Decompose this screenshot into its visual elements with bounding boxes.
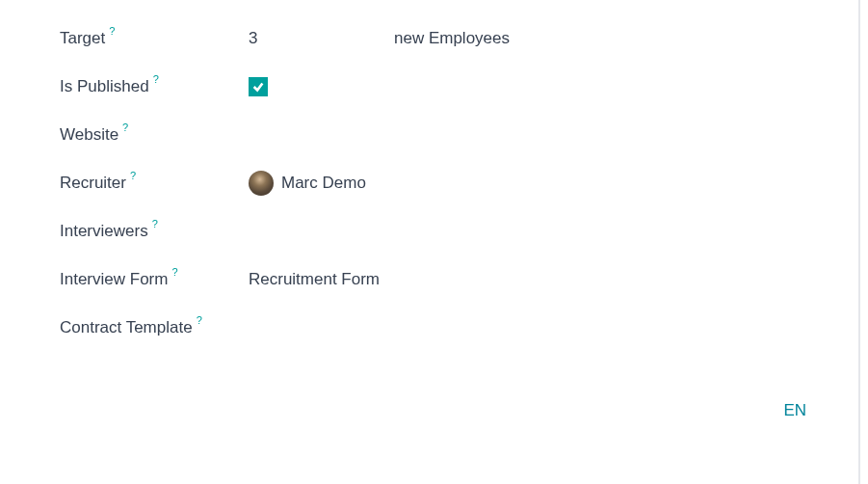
help-icon[interactable]: ? (152, 218, 158, 229)
recruiter-name: Marc Demo (281, 174, 366, 193)
value-recruiter[interactable]: Marc Demo (249, 171, 366, 196)
help-icon[interactable]: ? (122, 121, 128, 133)
value-is-published (249, 77, 268, 96)
label-interview-form-text: Interview Form (60, 270, 168, 289)
label-is-published: Is Published ? (60, 77, 249, 96)
row-recruiter: Recruiter ? Marc Demo (60, 160, 858, 206)
help-icon[interactable]: ? (130, 170, 136, 181)
label-recruiter-text: Recruiter (60, 174, 126, 193)
label-contract-template-text: Contract Template (60, 318, 193, 337)
row-website: Website ? (60, 112, 858, 158)
value-target[interactable]: 3 new Employees (249, 29, 510, 48)
help-icon[interactable]: ? (109, 25, 115, 37)
label-recruiter: Recruiter ? (60, 174, 249, 193)
form-container: Target ? 3 new Employees Is Published ? … (0, 0, 860, 484)
label-website: Website ? (60, 125, 249, 145)
checkbox-is-published[interactable] (249, 77, 268, 96)
interview-form-value: Recruitment Form (249, 270, 380, 289)
row-contract-template: Contract Template ? (60, 305, 858, 351)
help-icon[interactable]: ? (153, 73, 159, 85)
row-target: Target ? 3 new Employees (60, 15, 858, 62)
help-icon[interactable]: ? (171, 266, 177, 278)
row-is-published: Is Published ? (60, 64, 858, 110)
target-suffix: new Employees (394, 29, 510, 48)
help-icon[interactable]: ? (197, 314, 202, 326)
label-target: Target ? (60, 29, 249, 48)
target-number: 3 (249, 29, 394, 48)
label-is-published-text: Is Published (60, 77, 149, 96)
language-badge[interactable]: EN (783, 401, 806, 420)
label-target-text: Target (60, 29, 105, 48)
label-website-text: Website (60, 125, 118, 145)
label-interviewers-text: Interviewers (60, 222, 148, 241)
check-icon (251, 80, 265, 94)
value-interview-form[interactable]: Recruitment Form (249, 270, 380, 289)
label-contract-template: Contract Template ? (60, 318, 249, 337)
label-interview-form: Interview Form ? (60, 270, 249, 289)
row-interview-form: Interview Form ? Recruitment Form (60, 256, 858, 303)
row-interviewers: Interviewers ? (60, 208, 858, 255)
label-interviewers: Interviewers ? (60, 222, 249, 241)
avatar (249, 171, 274, 196)
